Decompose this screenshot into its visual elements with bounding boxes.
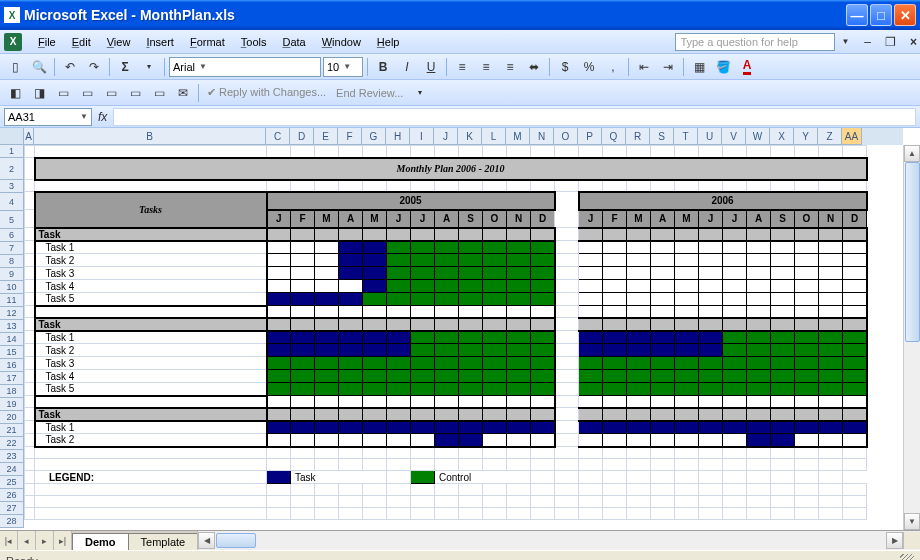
fill-color-icon[interactable]: 🪣 bbox=[712, 56, 734, 78]
col-header-AA[interactable]: AA bbox=[842, 128, 862, 145]
row-header-8[interactable]: 8 bbox=[0, 255, 24, 268]
font-color-icon[interactable]: A bbox=[736, 56, 758, 78]
menu-view[interactable]: View bbox=[99, 33, 139, 51]
menu-file[interactable]: File bbox=[30, 33, 64, 51]
send-mail-icon[interactable]: ✉ bbox=[172, 82, 194, 104]
undo-icon[interactable]: ↶ bbox=[59, 56, 81, 78]
row-header-24[interactable]: 24 bbox=[0, 463, 24, 476]
review-icon-4[interactable]: ▭ bbox=[76, 82, 98, 104]
vertical-scrollbar[interactable]: ▲ ▼ bbox=[903, 145, 920, 530]
row-header-13[interactable]: 13 bbox=[0, 320, 24, 333]
row-header-10[interactable]: 10 bbox=[0, 281, 24, 294]
col-header-D[interactable]: D bbox=[290, 128, 314, 145]
font-size-combo[interactable]: 10▼ bbox=[323, 57, 363, 77]
tab-nav-last-icon[interactable]: ▸| bbox=[54, 531, 72, 550]
col-header-A[interactable]: A bbox=[24, 128, 34, 145]
scroll-down-icon[interactable]: ▼ bbox=[904, 513, 920, 530]
row-header-27[interactable]: 27 bbox=[0, 502, 24, 515]
row-header-2[interactable]: 2 bbox=[0, 158, 24, 180]
doc-minimize-button[interactable]: – bbox=[861, 35, 874, 49]
print-preview-icon[interactable]: 🔍 bbox=[28, 56, 50, 78]
row-header-12[interactable]: 12 bbox=[0, 307, 24, 320]
close-button[interactable]: ✕ bbox=[894, 4, 916, 26]
menu-format[interactable]: Format bbox=[182, 33, 233, 51]
col-header-M[interactable]: M bbox=[506, 128, 530, 145]
autosum-icon[interactable]: Σ bbox=[114, 56, 136, 78]
col-header-T[interactable]: T bbox=[674, 128, 698, 145]
col-header-P[interactable]: P bbox=[578, 128, 602, 145]
align-left-icon[interactable]: ≡ bbox=[451, 56, 473, 78]
reply-changes-button[interactable]: ✔ Reply with Changes... bbox=[203, 86, 330, 99]
col-header-N[interactable]: N bbox=[530, 128, 554, 145]
row-header-28[interactable]: 28 bbox=[0, 515, 24, 528]
row-header-16[interactable]: 16 bbox=[0, 359, 24, 372]
tab-nav-prev-icon[interactable]: ◂ bbox=[18, 531, 36, 550]
toolbar-options-2-icon[interactable]: ▾ bbox=[409, 82, 431, 104]
hscroll-thumb[interactable] bbox=[216, 533, 256, 548]
row-header-18[interactable]: 18 bbox=[0, 385, 24, 398]
col-header-H[interactable]: H bbox=[386, 128, 410, 145]
scroll-up-icon[interactable]: ▲ bbox=[904, 145, 920, 162]
comma-icon[interactable]: , bbox=[602, 56, 624, 78]
col-header-K[interactable]: K bbox=[458, 128, 482, 145]
sheet-tab-demo[interactable]: Demo bbox=[72, 533, 129, 550]
review-icon-5[interactable]: ▭ bbox=[100, 82, 122, 104]
col-header-X[interactable]: X bbox=[770, 128, 794, 145]
col-header-R[interactable]: R bbox=[626, 128, 650, 145]
menu-data[interactable]: Data bbox=[274, 33, 313, 51]
row-header-20[interactable]: 20 bbox=[0, 411, 24, 424]
review-icon-2[interactable]: ◨ bbox=[28, 82, 50, 104]
menu-window[interactable]: Window bbox=[314, 33, 369, 51]
align-center-icon[interactable]: ≡ bbox=[475, 56, 497, 78]
horizontal-scrollbar[interactable]: ◀ ▶ bbox=[197, 531, 920, 550]
excel-document-icon[interactable]: X bbox=[4, 33, 22, 51]
row-header-23[interactable]: 23 bbox=[0, 450, 24, 463]
col-header-C[interactable]: C bbox=[266, 128, 290, 145]
borders-icon[interactable]: ▦ bbox=[688, 56, 710, 78]
col-header-B[interactable]: B bbox=[34, 128, 266, 145]
col-header-E[interactable]: E bbox=[314, 128, 338, 145]
col-header-F[interactable]: F bbox=[338, 128, 362, 145]
menu-edit[interactable]: Edit bbox=[64, 33, 99, 51]
percent-icon[interactable]: % bbox=[578, 56, 600, 78]
row-header-6[interactable]: 6 bbox=[0, 229, 24, 242]
review-icon-7[interactable]: ▭ bbox=[148, 82, 170, 104]
col-header-L[interactable]: L bbox=[482, 128, 506, 145]
merge-center-icon[interactable]: ⬌ bbox=[523, 56, 545, 78]
redo-icon[interactable]: ↷ bbox=[83, 56, 105, 78]
new-icon[interactable]: ▯ bbox=[4, 56, 26, 78]
scroll-left-icon[interactable]: ◀ bbox=[198, 532, 215, 549]
row-header-9[interactable]: 9 bbox=[0, 268, 24, 281]
col-header-G[interactable]: G bbox=[362, 128, 386, 145]
row-header-5[interactable]: 5 bbox=[0, 211, 24, 229]
row-header-15[interactable]: 15 bbox=[0, 346, 24, 359]
ask-question-box[interactable]: Type a question for help bbox=[675, 33, 835, 51]
name-box[interactable]: AA31▼ bbox=[4, 108, 92, 126]
col-header-Q[interactable]: Q bbox=[602, 128, 626, 145]
vscroll-thumb[interactable] bbox=[905, 162, 920, 342]
doc-restore-button[interactable]: ❐ bbox=[882, 35, 899, 49]
row-header-7[interactable]: 7 bbox=[0, 242, 24, 255]
scroll-right-icon[interactable]: ▶ bbox=[886, 532, 903, 549]
currency-icon[interactable]: $ bbox=[554, 56, 576, 78]
maximize-button[interactable]: □ bbox=[870, 4, 892, 26]
menu-tools[interactable]: Tools bbox=[233, 33, 275, 51]
italic-icon[interactable]: I bbox=[396, 56, 418, 78]
col-header-W[interactable]: W bbox=[746, 128, 770, 145]
row-header-14[interactable]: 14 bbox=[0, 333, 24, 346]
row-header-11[interactable]: 11 bbox=[0, 294, 24, 307]
doc-close-button[interactable]: × bbox=[907, 35, 920, 49]
fx-icon[interactable]: fx bbox=[92, 110, 113, 124]
row-header-1[interactable]: 1 bbox=[0, 145, 24, 158]
row-header-26[interactable]: 26 bbox=[0, 489, 24, 502]
row-header-19[interactable]: 19 bbox=[0, 398, 24, 411]
col-header-S[interactable]: S bbox=[650, 128, 674, 145]
col-header-U[interactable]: U bbox=[698, 128, 722, 145]
col-header-Z[interactable]: Z bbox=[818, 128, 842, 145]
menu-help[interactable]: Help bbox=[369, 33, 408, 51]
select-all-corner[interactable] bbox=[0, 128, 24, 145]
review-icon-6[interactable]: ▭ bbox=[124, 82, 146, 104]
tab-nav-next-icon[interactable]: ▸ bbox=[36, 531, 54, 550]
row-header-22[interactable]: 22 bbox=[0, 437, 24, 450]
menu-insert[interactable]: Insert bbox=[138, 33, 182, 51]
